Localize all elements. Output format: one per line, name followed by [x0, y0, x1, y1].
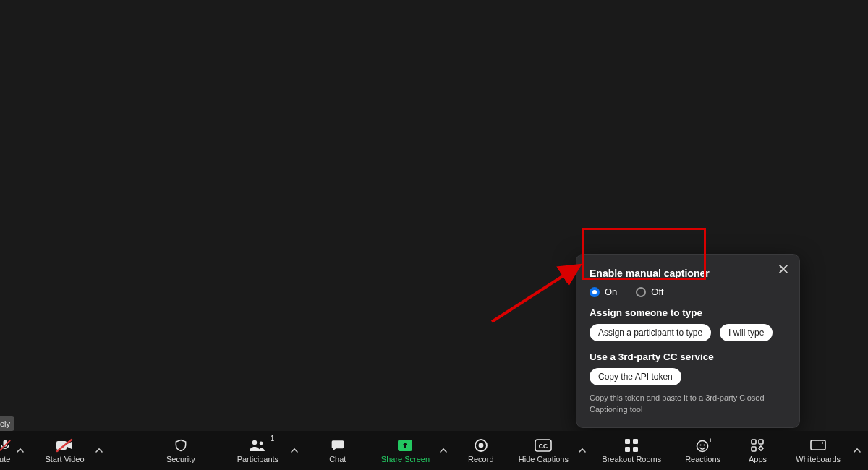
share-options-caret[interactable]: [437, 431, 450, 470]
svg-rect-20: [759, 440, 763, 444]
i-will-type-button[interactable]: I will type: [720, 324, 773, 341]
record-button[interactable]: Record: [459, 431, 502, 470]
svg-rect-22: [811, 440, 825, 450]
svg-rect-13: [625, 447, 630, 452]
meeting-toolbar: ute Start Video Security 1 Participants: [0, 431, 868, 470]
toolbar-label: Security: [166, 455, 195, 463]
share-screen-icon: [396, 437, 414, 453]
apps-icon: [750, 437, 765, 453]
copy-api-token-button[interactable]: Copy the API token: [590, 368, 681, 385]
captioner-radio-group: On Off: [590, 286, 786, 297]
toolbar-label: Reactions: [685, 455, 720, 463]
radio-dot-icon: [636, 287, 646, 297]
chat-button[interactable]: Chat: [318, 431, 357, 470]
participants-icon: 1: [248, 437, 267, 453]
svg-point-16: [699, 445, 701, 446]
participants-options-caret[interactable]: [289, 431, 302, 470]
toolbar-label: Start Video: [45, 455, 84, 463]
reactions-icon: +: [695, 437, 711, 453]
captioner-off-radio[interactable]: Off: [636, 286, 663, 297]
captioner-on-radio[interactable]: On: [590, 286, 617, 297]
whiteboards-button[interactable]: Whiteboards: [786, 431, 851, 470]
radio-dot-icon: [590, 287, 600, 297]
svg-rect-12: [633, 439, 638, 444]
toolbar-label: Whiteboards: [796, 455, 841, 463]
closed-caption-icon: CC: [535, 437, 552, 453]
whiteboards-options-caret[interactable]: [851, 431, 864, 470]
toolbar-label: Breakout Rooms: [602, 455, 661, 463]
svg-point-4: [252, 440, 257, 445]
svg-line-0: [492, 267, 577, 322]
toolbar-label: Participants: [237, 455, 278, 463]
apps-button[interactable]: Apps: [740, 431, 775, 470]
radio-label: Off: [651, 286, 663, 297]
svg-text:CC: CC: [539, 443, 548, 450]
participants-button[interactable]: 1 Participants: [227, 431, 288, 470]
video-icon: [56, 437, 73, 453]
video-options-caret[interactable]: [93, 431, 106, 470]
api-token-hint: Copy this token and paste it to a 3rd-pa…: [590, 393, 786, 416]
toolbar-label: Hide Captions: [519, 455, 569, 463]
captions-button[interactable]: CC Hide Captions: [511, 431, 576, 470]
radio-label: On: [605, 286, 617, 297]
assign-someone-title: Assign someone to type: [590, 307, 786, 318]
svg-text:+: +: [709, 438, 711, 444]
captions-options-caret[interactable]: [576, 431, 590, 470]
svg-point-8: [478, 443, 483, 448]
participants-count-badge: 1: [271, 435, 275, 443]
third-party-title: Use a 3rd-party CC service: [590, 351, 786, 362]
microphone-icon: [0, 437, 12, 453]
reactions-button[interactable]: + Reactions: [676, 431, 730, 470]
shield-icon: [174, 437, 188, 453]
toolbar-label: Share Screen: [381, 455, 430, 463]
toolbar-label: ute: [0, 455, 10, 463]
start-video-button[interactable]: Start Video: [37, 431, 93, 470]
mute-button[interactable]: ute: [0, 431, 14, 470]
svg-point-5: [260, 442, 263, 445]
svg-point-15: [697, 441, 707, 452]
toolbar-label: Record: [468, 455, 493, 463]
svg-point-17: [703, 445, 705, 446]
assign-participant-button[interactable]: Assign a participant to type: [590, 324, 711, 341]
breakout-rooms-button[interactable]: Breakout Rooms: [595, 431, 668, 470]
close-icon[interactable]: [776, 262, 791, 276]
svg-rect-14: [633, 447, 638, 452]
record-icon: [474, 437, 488, 453]
security-button[interactable]: Security: [156, 431, 205, 470]
toolbar-label: Apps: [749, 455, 767, 463]
svg-rect-21: [752, 447, 756, 451]
share-screen-button[interactable]: Share Screen: [374, 431, 436, 470]
svg-rect-19: [752, 440, 756, 444]
captions-popover: Enable manual captioner On Off Assign so…: [576, 254, 800, 428]
enable-manual-captioner-title: Enable manual captioner: [590, 268, 786, 279]
svg-rect-11: [625, 439, 630, 444]
toolbar-label: Chat: [329, 455, 346, 463]
chat-icon: [330, 437, 346, 453]
truncated-label: ely: [0, 416, 14, 431]
breakout-icon: [624, 437, 639, 453]
svg-point-23: [822, 442, 823, 443]
mute-options-caret[interactable]: [14, 431, 27, 470]
whiteboard-icon: [809, 437, 827, 453]
